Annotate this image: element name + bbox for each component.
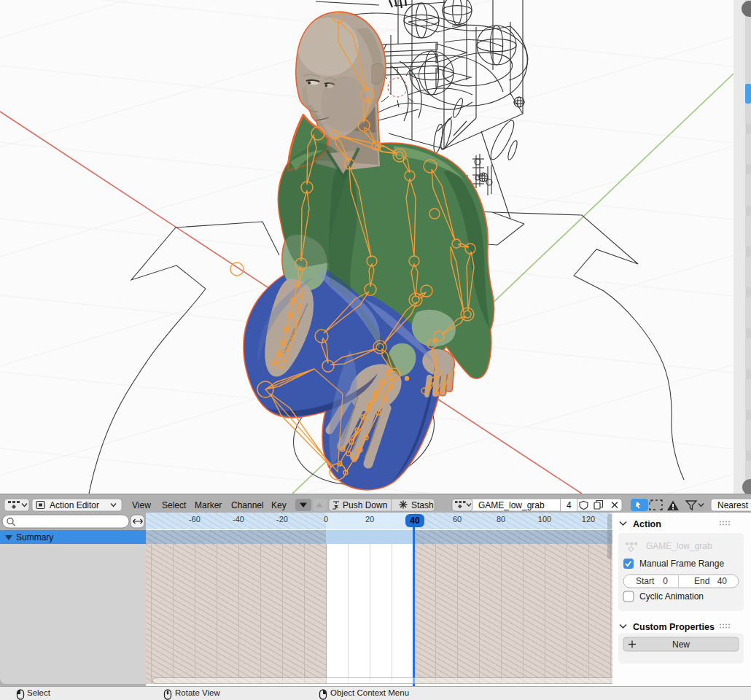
svg-text:Channel: Channel — [231, 500, 264, 510]
svg-text:View: View — [132, 500, 151, 510]
svg-text:Marker: Marker — [195, 500, 222, 510]
svg-text:Stash: Stash — [411, 500, 434, 510]
svg-text:Key: Key — [271, 500, 287, 510]
svg-text:Start: Start — [636, 576, 655, 586]
svg-text:New: New — [672, 639, 690, 650]
svg-text:Cyclic Animation: Cyclic Animation — [639, 591, 704, 602]
svg-text:Push Down: Push Down — [343, 500, 387, 510]
svg-text:Custom Properties: Custom Properties — [633, 622, 715, 632]
svg-text:End: End — [694, 576, 709, 586]
svg-text:4: 4 — [567, 500, 572, 510]
svg-text:Summary: Summary — [16, 532, 53, 542]
svg-text:0: 0 — [663, 576, 668, 586]
svg-text:Manual Frame Range: Manual Frame Range — [639, 559, 724, 569]
svg-text:Nearest F: Nearest F — [717, 500, 751, 510]
svg-text:GAME_low_grab: GAME_low_grab — [646, 541, 712, 551]
svg-text:40: 40 — [717, 576, 728, 586]
svg-text:Action Editor: Action Editor — [50, 500, 99, 510]
svg-text:Action: Action — [633, 519, 661, 529]
svg-text:GAME_low_grab: GAME_low_grab — [478, 500, 545, 510]
svg-text:Select: Select — [162, 500, 187, 510]
